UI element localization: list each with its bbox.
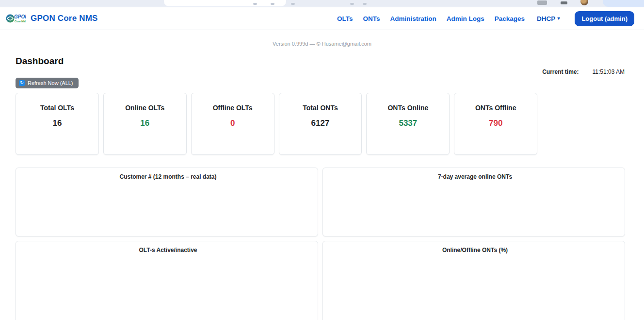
stat-value: 5337: [367, 118, 449, 128]
refresh-all-button[interactable]: ↻ Refresh Now (ALL): [16, 78, 79, 88]
browser-icon-fragment[interactable]: [561, 1, 567, 4]
nav-dhcp-label: DHCP: [537, 15, 555, 22]
extension-icon-fragment[interactable]: [537, 0, 547, 5]
stat-label: Total OLTs: [16, 104, 98, 112]
chart-card-customers: Customer # (12 months – real data): [16, 168, 318, 236]
gpon-logo-icon: GPON Core NMS: [6, 12, 26, 25]
stat-card: Offline OLTs0: [191, 93, 274, 155]
chart-title-text: Online/Offline ONTs (%): [442, 247, 508, 253]
chart-title-text: 7-day average online ONTs: [438, 173, 512, 180]
version-line: Version 0.999d — © Husame@gmail.com: [0, 41, 644, 47]
page-title: Dashboard: [16, 56, 625, 67]
stat-value: 0: [192, 118, 274, 128]
stat-card: Total OLTs16: [16, 93, 99, 155]
stats-grid: Total OLTs16Online OLTs16Offline OLTs0To…: [16, 93, 625, 155]
browser-button-fragment[interactable]: [603, 0, 644, 7]
svg-text:Core NMS: Core NMS: [15, 20, 26, 23]
brand-title: GPON Core NMS: [31, 14, 98, 23]
current-time: Current time: 11:51:03 AM: [542, 68, 625, 75]
current-time-label: Current time:: [542, 68, 579, 75]
nav-dhcp-dropdown[interactable]: DHCP ▾: [537, 15, 560, 22]
dashboard-content: Dashboard ↻ Refresh Now (ALL) Total OLTs…: [0, 56, 644, 320]
chart-title-text: OLT-s Active/inactive: [139, 247, 197, 253]
chart-card-olts-active: OLT-s Active/inactive: [16, 241, 318, 320]
chevron-down-icon: ▾: [557, 16, 560, 21]
browser-profile-avatar[interactable]: [580, 0, 588, 5]
chart-title: 7-day average online ONTs: [435, 173, 512, 180]
stat-label: ONTs Online: [367, 104, 449, 112]
nav-administration[interactable]: Administration: [390, 15, 436, 22]
chart-card-7day-average: 7-day average online ONTs: [322, 168, 625, 236]
stat-value: 16: [104, 118, 186, 128]
chart-title: Customer # (12 months – real data): [117, 173, 216, 180]
brand[interactable]: GPON Core NMS GPON Core NMS: [6, 12, 98, 25]
nav-packages[interactable]: Packages: [495, 15, 525, 22]
stat-label: Online OLTs: [104, 104, 186, 112]
chart-title-text: Customer # (12 months – real data): [119, 173, 216, 180]
chrome-glyph-fragment: [253, 3, 257, 5]
chrome-glyph-fragment: [350, 3, 354, 5]
address-bar-fragment[interactable]: [164, 0, 286, 6]
nav-onts[interactable]: ONTs: [363, 15, 380, 22]
stat-card: Total ONTs6127: [279, 93, 362, 155]
chart-card-onts-percentage: Online/Offline ONTs (%): [322, 241, 625, 320]
toolbar: ↻ Refresh Now (ALL): [16, 77, 625, 88]
stat-label: ONTs Offline: [454, 104, 537, 112]
stat-card: Online OLTs16: [103, 93, 187, 155]
stat-card: ONTs Online5337: [366, 93, 450, 155]
stat-label: Offline OLTs: [192, 104, 274, 112]
logout-button[interactable]: Logout (admin): [575, 11, 634, 26]
svg-text:GPON: GPON: [14, 14, 26, 19]
nav-admin-logs[interactable]: Admin Logs: [447, 15, 484, 22]
app-header: GPON Core NMS GPON Core NMS OLTs ONTs Ad…: [0, 7, 644, 30]
nav-olts[interactable]: OLTs: [337, 15, 353, 22]
stat-value: 790: [454, 118, 537, 128]
stat-label: Total ONTs: [279, 104, 362, 112]
current-time-value: 11:51:03 AM: [593, 68, 625, 75]
chart-title: OLT-s Active/inactive: [136, 247, 197, 253]
charts-grid: Customer # (12 months – real data) 7-day…: [16, 168, 625, 320]
stat-value: 16: [16, 118, 98, 128]
main-nav: OLTs ONTs Administration Admin Logs Pack…: [337, 11, 634, 26]
refresh-button-label: Refresh Now (ALL): [28, 80, 73, 86]
chrome-glyph-fragment: [291, 3, 295, 5]
stat-card: ONTs Offline790: [454, 93, 537, 155]
stat-value: 6127: [279, 118, 362, 128]
chrome-glyph-fragment: [271, 3, 274, 5]
chart-title: Online/Offline ONTs (%): [440, 247, 508, 253]
chrome-glyph-fragment: [363, 3, 367, 5]
refresh-icon: ↻: [19, 80, 25, 86]
browser-chrome-strip: [0, 0, 644, 7]
